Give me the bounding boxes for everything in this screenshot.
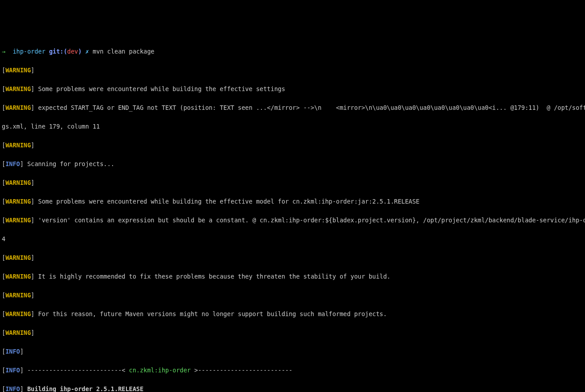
- log-line: [WARNING]: [2, 291, 583, 300]
- log-line: [INFO]: [2, 347, 583, 356]
- level-warning: WARNING: [5, 67, 31, 74]
- terminal-output[interactable]: → ihp-order git:(dev) ✗ mvn clean packag…: [0, 38, 585, 392]
- log-line: [WARNING] Some problems were encountered…: [2, 197, 583, 206]
- prompt-branch: dev: [67, 48, 78, 55]
- prompt-dirty: ✗: [85, 48, 89, 55]
- prompt-arrow: →: [2, 48, 5, 55]
- log-line: [INFO] Building ihp-order 2.5.1.RELEASE: [2, 384, 583, 392]
- prompt-git: git:(: [49, 48, 67, 55]
- log-line: [WARNING] Some problems were encountered…: [2, 84, 583, 94]
- log-line: [WARNING] expected START_TAG or END_TAG …: [2, 103, 583, 113]
- log-line: [WARNING] 'version' contains an expressi…: [2, 216, 583, 225]
- prompt-dir: ihp-order: [13, 48, 45, 55]
- command: mvn clean package: [93, 48, 154, 55]
- prompt-line: → ihp-order git:(dev) ✗ mvn clean packag…: [2, 47, 583, 56]
- log-line: gs.xml, line 179, column 11: [2, 122, 583, 131]
- level-info: INFO: [5, 160, 20, 167]
- project-name: cn.zkml:ihp-order: [129, 367, 191, 374]
- prompt-git-close: ): [78, 48, 82, 55]
- log-line: [WARNING] It is highly recommended to fi…: [2, 272, 583, 281]
- log-line: [WARNING] For this reason, future Maven …: [2, 309, 583, 319]
- log-line: [INFO] Scanning for projects...: [2, 159, 583, 169]
- log-line: [WARNING]: [2, 178, 583, 188]
- log-line: [WARNING]: [2, 141, 583, 150]
- log-line: [INFO] --------------------------< cn.zk…: [2, 366, 583, 375]
- log-line: [WARNING]: [2, 328, 583, 338]
- log-line: 4: [2, 234, 583, 244]
- log-line: [WARNING]: [2, 66, 583, 75]
- log-line: [WARNING]: [2, 253, 583, 263]
